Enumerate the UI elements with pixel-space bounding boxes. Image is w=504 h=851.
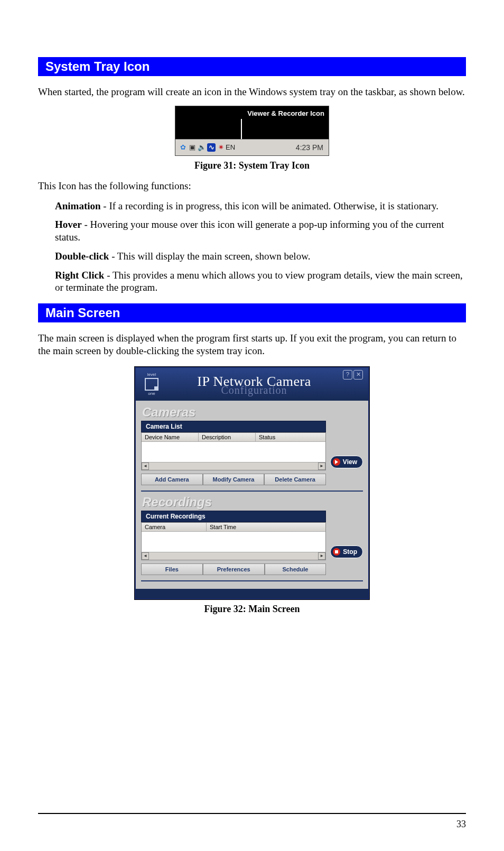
cameras-row: Camera List Device Name Description Stat… xyxy=(141,421,363,485)
camera-list-header: Device Name Description Status xyxy=(142,433,325,442)
window-title-text: IP Network Camera xyxy=(165,374,343,390)
fn-hover-label: Hover xyxy=(55,219,82,230)
scroll-right-icon[interactable]: ► xyxy=(318,462,325,470)
main-intro-text: The main screen is displayed when the pr… xyxy=(38,332,466,357)
col-camera[interactable]: Camera xyxy=(142,523,207,531)
add-camera-button[interactable]: Add Camera xyxy=(141,474,203,485)
systray-callout-area: Viewer & Recorder Icon xyxy=(175,106,329,139)
cameras-left: Camera List Device Name Description Stat… xyxy=(141,421,326,485)
delete-camera-button[interactable]: Delete Camera xyxy=(264,474,326,485)
recordings-section-title: Recordings xyxy=(142,495,363,510)
brand-top: level xyxy=(147,373,156,377)
close-button[interactable]: ✕ xyxy=(353,370,363,380)
col-start-time[interactable]: Start Time xyxy=(207,523,325,531)
schedule-button[interactable]: Schedule xyxy=(265,563,326,575)
brand-logo: level one xyxy=(141,373,162,396)
scroll-left-icon[interactable]: ◄ xyxy=(142,462,149,470)
window-title: Configuration IP Network Camera xyxy=(165,372,343,397)
recordings-list-label: Current Recordings xyxy=(141,511,326,522)
language-indicator[interactable]: EN xyxy=(226,143,235,152)
fn-right-label: Right Click xyxy=(55,270,104,281)
modify-camera-button[interactable]: Modify Camera xyxy=(203,474,265,485)
recordings-row: Current Recordings Camera Start Time ◄ ► xyxy=(141,511,363,575)
col-device-name[interactable]: Device Name xyxy=(142,433,199,441)
speaker-icon[interactable]: 🔈 xyxy=(198,143,206,152)
scroll-left-icon[interactable]: ◄ xyxy=(142,552,149,560)
function-list: Animation - If a recording is in progres… xyxy=(55,200,466,294)
heading-main-screen: Main Screen xyxy=(38,303,466,322)
msn-icon[interactable]: ✿ xyxy=(179,143,187,152)
functions-intro: This Icon has the following functions: xyxy=(38,180,466,192)
brand-mark-icon xyxy=(145,378,158,391)
taskbar: ✿ ▣ 🔈 ∿ ✷ EN 4:23 PM xyxy=(175,139,329,155)
col-status[interactable]: Status xyxy=(256,433,325,441)
fn-double: Double-click - This will display the mai… xyxy=(55,250,466,263)
camera-list-label: Camera List xyxy=(141,421,326,432)
brand-bottom: one xyxy=(148,392,155,396)
window-buttons: ? ✕ xyxy=(343,370,363,380)
systray-screenshot: Viewer & Recorder Icon ✿ ▣ 🔈 ∿ ✷ EN 4:23… xyxy=(175,106,329,156)
camera-list[interactable]: Device Name Description Status ◄ ► xyxy=(141,432,326,470)
divider-1 xyxy=(141,491,363,492)
play-icon xyxy=(333,458,340,466)
page-number: 33 xyxy=(456,819,466,830)
fn-double-text: - This will display the main screen, sho… xyxy=(109,251,310,262)
fn-hover-text: - Hovering your mouse over this icon wil… xyxy=(55,219,444,243)
clock: 4:23 PM xyxy=(296,143,323,152)
main-screen-window: level one Configuration IP Network Camer… xyxy=(135,367,369,599)
preferences-button[interactable]: Preferences xyxy=(203,563,265,575)
figure-31: Viewer & Recorder Icon ✿ ▣ 🔈 ∿ ✷ EN 4:23… xyxy=(38,106,466,156)
monitor-icon[interactable]: ▣ xyxy=(188,143,197,152)
figure-32-caption: Figure 32: Main Screen xyxy=(38,604,466,615)
fn-animation: Animation - If a recording is in progres… xyxy=(55,200,466,212)
recorder-icon[interactable]: ∿ xyxy=(207,143,216,152)
cameras-right: View xyxy=(330,456,363,485)
col-description[interactable]: Description xyxy=(199,433,256,441)
recordings-list[interactable]: Camera Start Time ◄ ► xyxy=(141,522,326,560)
view-label: View xyxy=(343,458,357,466)
fn-hover: Hover - Hovering your mouse over this ic… xyxy=(55,218,466,244)
heading-system-tray: System Tray Icon xyxy=(38,57,466,76)
fn-right: Right Click - This provides a menu which… xyxy=(55,269,466,294)
page: System Tray Icon When started, the progr… xyxy=(0,0,504,851)
systray-callout-line xyxy=(241,119,242,139)
window-body: Cameras Camera List Device Name Descript… xyxy=(136,401,368,598)
fn-right-text: - This provides a menu which allows you … xyxy=(55,270,463,293)
recordings-right: Stop xyxy=(330,545,363,575)
scroll-right-icon[interactable]: ► xyxy=(318,552,325,560)
files-button[interactable]: Files xyxy=(141,563,203,575)
recordings-buttons: Files Preferences Schedule xyxy=(141,563,326,575)
camera-list-scrollbar[interactable]: ◄ ► xyxy=(142,462,325,470)
tray-intro-text: When started, the program will create an… xyxy=(38,86,466,98)
help-button[interactable]: ? xyxy=(343,370,352,380)
page-rule xyxy=(38,813,466,814)
stop-button[interactable]: Stop xyxy=(330,545,363,558)
recordings-list-header: Camera Start Time xyxy=(142,523,325,532)
cameras-section-title: Cameras xyxy=(142,405,363,420)
view-button[interactable]: View xyxy=(330,456,363,468)
fn-animation-label: Animation xyxy=(55,200,101,211)
figure-31-caption: Figure 31: System Tray Icon xyxy=(38,160,466,171)
stop-label: Stop xyxy=(343,548,357,556)
camera-buttons: Add Camera Modify Camera Delete Camera xyxy=(141,474,326,485)
recordings-list-scrollbar[interactable]: ◄ ► xyxy=(142,552,325,560)
stop-icon xyxy=(333,548,340,556)
window-footer-bar xyxy=(136,589,368,598)
figure-32: level one Configuration IP Network Camer… xyxy=(38,367,466,599)
tray-icons: ✿ ▣ 🔈 ∿ ✷ EN xyxy=(179,143,235,152)
window-titlebar: level one Configuration IP Network Camer… xyxy=(136,368,368,401)
fn-animation-text: - If a recording is in progress, this ic… xyxy=(101,200,438,211)
fn-double-label: Double-click xyxy=(55,251,109,262)
divider-2 xyxy=(141,580,363,581)
settings-icon[interactable]: ✷ xyxy=(217,143,225,152)
systray-callout-label: Viewer & Recorder Icon xyxy=(247,109,324,117)
recordings-left: Current Recordings Camera Start Time ◄ ► xyxy=(141,511,326,575)
